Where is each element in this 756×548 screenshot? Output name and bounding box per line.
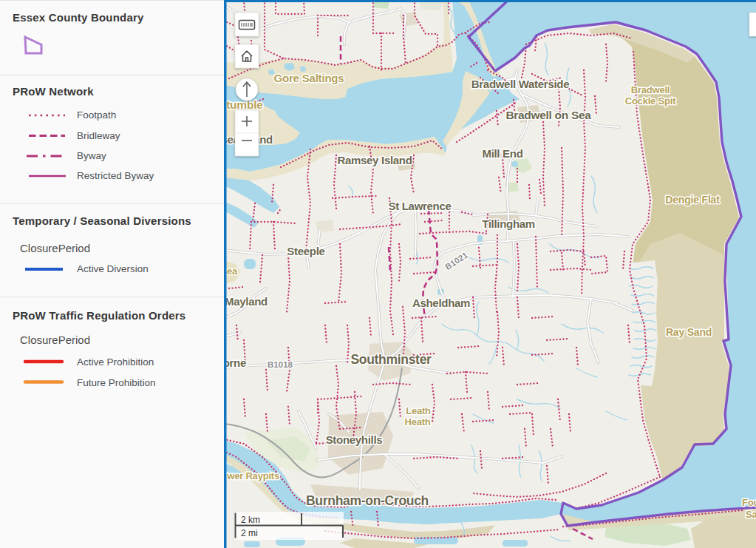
svg-text:2 mi: 2 mi	[241, 528, 258, 538]
svg-text:Steeple: Steeple	[287, 245, 324, 257]
svg-text:Ramsey Island: Ramsey Island	[337, 154, 412, 166]
svg-text:2 km: 2 km	[241, 515, 260, 525]
svg-text:Asheldham: Asheldham	[412, 297, 470, 309]
svg-text:Sand: Sand	[746, 509, 756, 520]
svg-text:Heath: Heath	[404, 416, 430, 427]
svg-text:Dengie Flat: Dengie Flat	[665, 194, 720, 206]
svg-text:Burnham-on-Crouch: Burnham-on-Crouch	[306, 493, 429, 508]
svg-text:Tillingham: Tillingham	[482, 217, 535, 230]
svg-text:Stoneyhills: Stoneyhills	[326, 433, 383, 446]
svg-text:Mill End: Mill End	[482, 147, 522, 160]
svg-text:Foulne: Foulne	[742, 497, 756, 508]
svg-text:Gore Saltings: Gore Saltings	[274, 72, 344, 84]
svg-text:Cockle Spit: Cockle Spit	[625, 95, 676, 106]
svg-text:Althorne: Althorne	[224, 356, 246, 369]
svg-text:Ray Sand: Ray Sand	[666, 326, 712, 338]
svg-text:Bradwell: Bradwell	[631, 84, 670, 95]
svg-text:Bradwell on Sea: Bradwell on Sea	[505, 109, 591, 121]
svg-text:wer Raypits: wer Raypits	[226, 470, 279, 481]
svg-text:Leath: Leath	[406, 405, 431, 416]
svg-text:St Lawrence: St Lawrence	[388, 200, 451, 212]
svg-text:Southminster: Southminster	[350, 352, 432, 367]
svg-text:Bradwell Waterside: Bradwell Waterside	[471, 78, 569, 90]
svg-text:B1018: B1018	[268, 360, 293, 369]
svg-text:Mayland: Mayland	[225, 295, 268, 308]
